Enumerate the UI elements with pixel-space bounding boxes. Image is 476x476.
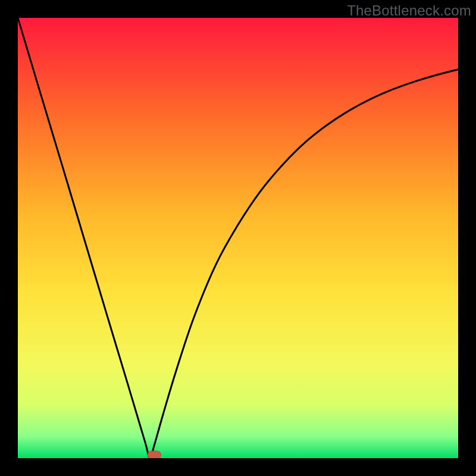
plot-svg bbox=[18, 18, 458, 458]
plot-area bbox=[18, 18, 458, 458]
chart-frame: TheBottleneck.com bbox=[0, 0, 476, 476]
optimal-marker bbox=[148, 451, 161, 458]
watermark-text: TheBottleneck.com bbox=[347, 2, 471, 19]
